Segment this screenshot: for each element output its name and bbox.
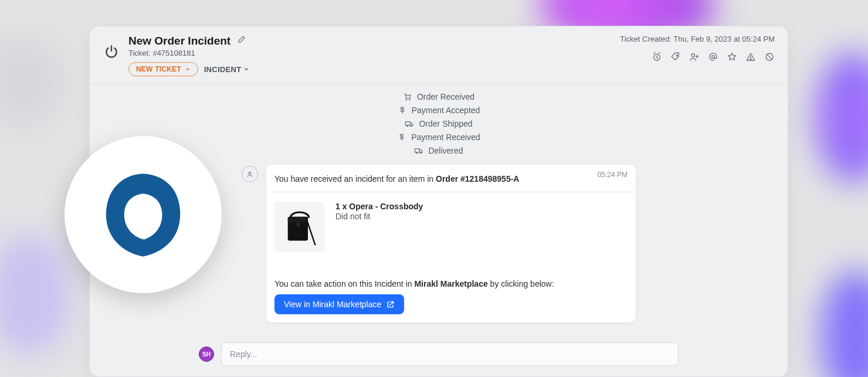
timeline-label: Payment Received [411, 133, 480, 142]
svg-point-9 [407, 125, 408, 127]
reply-avatar-initials: SH [202, 351, 211, 358]
action-pre-text: You can take action on this Incident in [274, 279, 414, 288]
cart-icon [403, 92, 412, 101]
decorative-blob [0, 236, 70, 354]
item-thumbnail [274, 202, 325, 252]
svg-point-6 [406, 99, 407, 100]
reminder-icon[interactable] [652, 52, 662, 62]
svg-rect-8 [406, 122, 411, 125]
chevron-down-icon [243, 66, 249, 72]
svg-point-4 [750, 59, 751, 59]
warning-icon[interactable] [745, 52, 756, 62]
shield-logo-icon [93, 165, 193, 264]
order-timeline: Order Received Payment Accepted Order Sh… [90, 92, 788, 155]
svg-point-10 [411, 125, 412, 127]
timeline-label: Order Shipped [419, 119, 472, 128]
timeline-label: Payment Accepted [412, 106, 480, 115]
action-bold-text: Mirakl Marketplace [414, 279, 487, 288]
ticket-number: Ticket: #475108181 [128, 49, 612, 57]
user-icon [246, 170, 254, 178]
ticket-header: New Order Incident Ticket: #475108181 NE… [90, 26, 788, 84]
reply-input[interactable] [221, 342, 679, 366]
divider [266, 192, 636, 192]
svg-point-3 [712, 56, 715, 59]
edit-icon[interactable] [236, 35, 246, 47]
sender-avatar [242, 166, 258, 182]
svg-point-2 [691, 53, 694, 56]
message-action-line: You can take action on this Incident in … [274, 279, 628, 288]
svg-point-14 [249, 172, 251, 174]
item-reason: Did not fit [335, 212, 423, 221]
incident-item-row: 1 x Opera - Crossbody Did not fit [274, 199, 628, 279]
timeline-row: Payment Received [397, 133, 480, 142]
decorative-blob [0, 35, 65, 129]
timeline-label: Order Received [417, 92, 474, 101]
external-link-icon [386, 300, 395, 309]
truck-icon [414, 146, 423, 155]
svg-point-1 [676, 55, 677, 56]
message-time: 05:24 PM [598, 171, 628, 179]
decorative-blob [821, 271, 868, 377]
svg-point-13 [421, 152, 422, 154]
truck-icon [405, 119, 414, 128]
category-dropdown[interactable]: INCIDENT [204, 65, 250, 74]
timeline-label: Delivered [428, 146, 463, 155]
block-icon[interactable] [764, 52, 775, 62]
reply-bar: SH [199, 342, 679, 366]
timeline-row: Order Shipped [405, 119, 472, 128]
message-order-id: Order #1218498955-A [436, 174, 519, 184]
header-action-icons [620, 52, 775, 62]
tag-icon[interactable] [670, 52, 681, 62]
header-right: Ticket Created: Thu, Feb 9, 2023 at 05:2… [620, 35, 775, 62]
timeline-row: Payment Accepted [398, 106, 480, 115]
timeline-row: Delivered [414, 146, 463, 155]
star-icon[interactable] [727, 52, 737, 62]
power-icon [103, 43, 120, 60]
svg-point-12 [416, 152, 418, 154]
add-user-icon[interactable] [689, 52, 700, 62]
category-label: INCIDENT [204, 65, 242, 74]
mention-icon[interactable] [708, 52, 718, 62]
action-post-text: by clicking below: [488, 279, 554, 288]
svg-point-7 [409, 99, 410, 100]
status-badge-new-ticket[interactable]: NEW TICKET [128, 62, 198, 76]
timeline-row: Order Received [403, 92, 474, 101]
ticket-created-text: Ticket Created: Thu, Feb 9, 2023 at 05:2… [620, 35, 775, 43]
chevron-down-icon [185, 66, 191, 72]
view-button-label: View in Mirakl Marketplace [284, 300, 381, 309]
dollar-icon [398, 106, 407, 115]
item-name: 1 x Opera - Crossbody [335, 202, 423, 211]
svg-rect-17 [297, 222, 300, 227]
header-left: New Order Incident Ticket: #475108181 NE… [128, 35, 612, 76]
view-in-marketplace-button[interactable]: View in Mirakl Marketplace [274, 294, 404, 314]
ticket-title: New Order Incident [128, 35, 230, 47]
message-intro-text: You have received an incident for an ite… [274, 174, 436, 184]
brand-logo-badge [65, 136, 222, 293]
status-badge-label: NEW TICKET [136, 65, 181, 73]
dollar-icon [397, 133, 406, 142]
message-intro: You have received an incident for an ite… [274, 174, 628, 184]
message-card: 05:24 PM You have received an incident f… [266, 165, 636, 322]
reply-avatar: SH [199, 347, 214, 362]
decorative-blob [815, 53, 868, 182]
svg-rect-11 [415, 149, 420, 152]
